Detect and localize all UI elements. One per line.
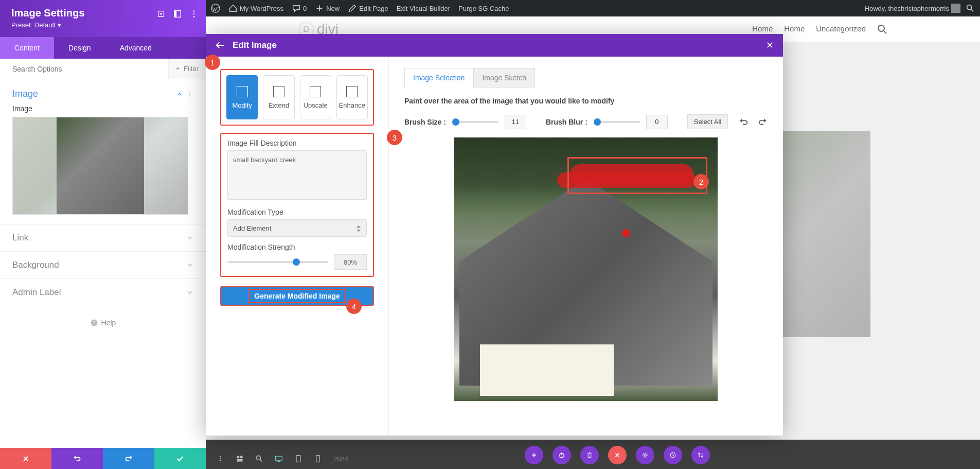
chevron-down-icon <box>186 234 193 241</box>
svg-point-9 <box>193 16 195 18</box>
add-pill[interactable] <box>525 446 543 464</box>
redo-icon <box>124 455 133 463</box>
image-section-title[interactable]: Image <box>12 89 38 99</box>
mobile-icon[interactable] <box>314 455 322 463</box>
brush-size-label: Brush Size : <box>404 118 446 126</box>
discard-button[interactable] <box>0 448 51 469</box>
redo-button[interactable] <box>103 448 154 469</box>
undo-button[interactable] <box>51 448 103 469</box>
sort-pill[interactable] <box>691 446 710 464</box>
brush-size-slider[interactable] <box>452 121 498 123</box>
annotation-badge-3: 3 <box>387 130 402 145</box>
mode-upscale[interactable]: Upscale <box>300 75 331 119</box>
gear-pill[interactable] <box>636 446 654 464</box>
more-icon[interactable] <box>189 9 199 19</box>
tablet-icon[interactable] <box>294 455 302 463</box>
power-icon <box>558 451 565 459</box>
modification-strength-slider[interactable] <box>227 261 328 263</box>
clock-icon <box>669 451 676 459</box>
fill-description-label: Image Fill Description <box>227 139 367 147</box>
tab-image-sketch[interactable]: Image Sketch <box>473 68 535 88</box>
svg-text:?: ? <box>93 320 95 325</box>
select-all-button[interactable]: Select All <box>687 114 728 129</box>
accordion-admin-label[interactable]: Admin Label <box>0 279 206 306</box>
tab-image-selection[interactable]: Image Selection <box>404 68 473 88</box>
preset-selector[interactable]: Preset: Default ▾ <box>11 21 194 29</box>
site-name-link[interactable]: My WordPress <box>228 4 283 13</box>
image-canvas[interactable] <box>454 137 718 401</box>
power-pill[interactable] <box>553 446 571 464</box>
svg-point-11 <box>189 93 190 94</box>
howdy-link[interactable]: Howdy, thechristophermorris <box>865 4 960 13</box>
mode-extend[interactable]: Extend <box>263 75 294 119</box>
more-icon[interactable] <box>216 455 224 463</box>
edit-image-modal: Edit Image ✕ Modify Extend Upscale Enhan… <box>206 34 783 436</box>
redo-paint-icon[interactable] <box>758 117 767 127</box>
chevron-down-icon <box>186 289 193 296</box>
comment-icon <box>292 4 301 13</box>
svg-point-15 <box>220 456 221 457</box>
accordion-background[interactable]: Background <box>0 252 206 279</box>
upscale-icon <box>310 86 321 97</box>
mode-modify[interactable]: Modify <box>226 75 258 119</box>
chevron-up-icon[interactable] <box>176 91 183 98</box>
annotation-box-2 <box>567 157 707 194</box>
comments-link[interactable]: 0 <box>292 4 307 13</box>
brush-size-value: 11 <box>505 115 526 129</box>
avatar <box>951 4 960 13</box>
fill-description-input[interactable]: small backyard creek <box>227 150 367 200</box>
new-link[interactable]: New <box>315 4 340 13</box>
exit-builder-link[interactable]: Exit Visual Builder <box>397 5 451 12</box>
modal-title: Edit Image <box>233 40 277 50</box>
image-thumbnail[interactable] <box>12 117 188 215</box>
close-icon <box>614 451 621 459</box>
more-v-icon[interactable] <box>186 91 193 98</box>
undo-paint-icon[interactable] <box>739 117 749 127</box>
brush-blur-label: Brush Blur : <box>546 118 587 126</box>
back-arrow-icon[interactable] <box>215 41 225 49</box>
svg-rect-23 <box>296 456 300 462</box>
svg-point-7 <box>193 10 195 12</box>
close-pill[interactable] <box>608 446 627 464</box>
modification-type-label: Modification Type <box>227 208 367 216</box>
history-pill[interactable] <box>664 446 682 464</box>
sort-icon <box>697 451 704 459</box>
tab-design[interactable]: Design <box>54 37 105 59</box>
chevron-down-icon <box>186 262 193 269</box>
edit-page-link[interactable]: Edit Page <box>348 4 388 13</box>
admin-search[interactable] <box>966 4 975 13</box>
dock-icon[interactable] <box>173 9 182 19</box>
help-link[interactable]: ?Help <box>0 306 206 339</box>
image-field-label: Image <box>0 105 206 117</box>
close-modal-button[interactable]: ✕ <box>766 40 774 51</box>
accordion-link[interactable]: Link <box>0 224 206 252</box>
wireframe-icon[interactable] <box>236 455 244 463</box>
nav-home-1[interactable]: Home <box>752 24 773 34</box>
purge-cache-link[interactable]: Purge SG Cache <box>458 5 509 12</box>
desktop-icon[interactable] <box>275 455 283 463</box>
save-button[interactable] <box>154 448 206 469</box>
nav-uncategorized[interactable]: Uncategorized <box>816 24 866 34</box>
zoom-icon[interactable] <box>255 455 263 463</box>
target-icon[interactable] <box>156 9 166 19</box>
nav-home-2[interactable]: Home <box>784 24 805 34</box>
mode-enhance[interactable]: Enhance <box>336 75 368 119</box>
search-options-input[interactable] <box>0 65 168 73</box>
tab-advanced[interactable]: Advanced <box>105 37 166 59</box>
modification-type-select[interactable]: Add Element <box>227 219 367 237</box>
extend-icon <box>273 86 284 97</box>
modify-icon <box>237 86 248 97</box>
trash-pill[interactable] <box>580 446 599 464</box>
image-settings-panel: Image Settings Preset: Default ▾ Content… <box>0 0 206 448</box>
filter-button[interactable]: + Filter <box>168 59 206 79</box>
search-icon <box>966 4 975 13</box>
svg-rect-18 <box>237 456 239 458</box>
svg-rect-19 <box>240 456 243 458</box>
tab-content[interactable]: Content <box>0 37 54 59</box>
svg-point-2 <box>878 25 884 31</box>
wp-logo[interactable] <box>211 4 220 13</box>
settings-actions <box>0 448 206 469</box>
svg-rect-22 <box>276 456 282 460</box>
brush-blur-slider[interactable] <box>594 121 640 123</box>
search-icon[interactable] <box>877 24 887 34</box>
